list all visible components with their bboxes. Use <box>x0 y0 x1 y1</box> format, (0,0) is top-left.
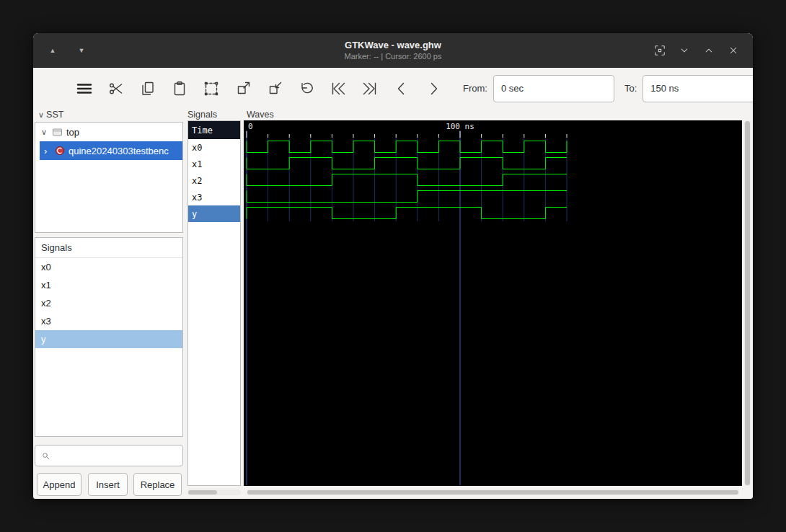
hierarchy-icon <box>52 127 63 137</box>
tree-item-top[interactable]: ∨ top <box>35 123 182 141</box>
signals-list-header: Signals <box>35 238 182 258</box>
waves-hscrollbar[interactable] <box>247 489 739 495</box>
zoom-in-button[interactable] <box>262 76 287 101</box>
names-hscrollbar-thumb[interactable] <box>188 490 217 495</box>
chevron-right-icon <box>425 80 442 97</box>
main-area: ∨SST ∨ top › <box>33 109 753 500</box>
hamburger-menu-icon <box>75 79 94 98</box>
menu-button[interactable] <box>72 76 97 101</box>
undo-arrow-icon <box>298 80 315 97</box>
signal-item-y[interactable]: y <box>35 330 182 348</box>
roll-down-button[interactable] <box>675 41 694 60</box>
expander-right-icon: › <box>44 146 53 156</box>
zoom-to-end-button[interactable] <box>358 76 382 101</box>
collapse-down-button[interactable]: ▼ <box>72 41 91 60</box>
waves-vscrollbar[interactable] <box>744 120 751 486</box>
zoom-out-button[interactable] <box>231 76 255 101</box>
chevron-up-icon <box>702 44 715 57</box>
zoom-to-start-button[interactable] <box>326 76 350 101</box>
collapse-up-button[interactable]: ▲ <box>43 41 62 60</box>
next-edge-button[interactable] <box>421 76 446 101</box>
zoom-out-arrows-icon <box>234 80 252 97</box>
zoom-fit-button[interactable] <box>199 76 224 101</box>
copy-icon <box>139 80 156 97</box>
to-label: To: <box>624 83 637 94</box>
trace-row-x3[interactable]: x3 <box>188 189 240 205</box>
scissors-icon <box>107 80 125 97</box>
signal-search[interactable] <box>35 445 183 466</box>
svg-text:0: 0 <box>248 122 253 131</box>
sst-signals-panel: Signals x0 x1 x2 x3 y <box>35 237 183 437</box>
signal-search-input[interactable] <box>50 445 182 466</box>
wave-canvas-svg: 0100 ns <box>244 120 742 486</box>
roll-up-button[interactable] <box>699 41 718 60</box>
wave-canvas[interactable]: 0100 ns <box>244 120 742 486</box>
selection-box-icon <box>203 80 220 97</box>
sst-tree: ∨ top › quine20240303testbenc <box>35 122 183 233</box>
signal-item-x1[interactable]: x1 <box>35 276 182 294</box>
waves-vscrollbar-thumb[interactable] <box>745 121 750 485</box>
triangle-up-icon: ▲ <box>50 47 56 54</box>
chevron-left-icon <box>393 80 410 97</box>
toolbar: From: To: <box>33 68 753 109</box>
append-button[interactable]: Append <box>37 473 81 496</box>
marker-cursor-status: Marker: -- | Cursor: 2600 ps <box>345 51 442 61</box>
restore-button[interactable] <box>650 41 669 60</box>
chevron-down-icon <box>678 44 691 57</box>
close-icon <box>727 44 740 57</box>
tree-item-testbench[interactable]: › quine20240303testbenc <box>40 141 182 160</box>
paste-icon <box>171 80 188 97</box>
skip-to-start-icon <box>330 80 347 97</box>
copy-button[interactable] <box>136 76 160 101</box>
trace-names-panel: Time x0 x1 x2 x3 y <box>187 120 241 486</box>
window-title: GTKWave - wave.ghw <box>345 40 441 51</box>
names-hscrollbar[interactable] <box>187 489 241 495</box>
zoom-in-arrows-icon <box>266 80 283 97</box>
trace-row-x0[interactable]: x0 <box>188 139 240 156</box>
testbench-icon <box>55 146 65 156</box>
trace-row-x2[interactable]: x2 <box>188 172 240 189</box>
desktop: { "titlebar": { "title": "GTKWave - wave… <box>0 0 786 532</box>
search-icon <box>41 450 50 462</box>
names-panel-label: Signals <box>187 110 217 120</box>
signal-item-x3[interactable]: x3 <box>35 312 182 330</box>
trace-row-time[interactable]: Time <box>188 121 240 139</box>
signal-item-x0[interactable]: x0 <box>35 258 182 276</box>
svg-text:100 ns: 100 ns <box>446 122 474 131</box>
triangle-down-icon: ▼ <box>79 47 85 54</box>
restore-icon <box>653 43 667 58</box>
waves-hscrollbar-thumb[interactable] <box>247 490 738 495</box>
replace-button[interactable]: Replace <box>133 473 182 496</box>
insert-button[interactable]: Insert <box>88 473 128 496</box>
close-button[interactable] <box>724 41 743 60</box>
to-field[interactable] <box>643 75 754 102</box>
sst-expander-icon: ∨ <box>38 110 44 119</box>
skip-to-end-icon <box>361 80 379 97</box>
gtkwave-window: ▲ ▼ GTKWave - wave.ghw Marker: -- | Curs… <box>32 32 754 500</box>
expander-down-icon: ∨ <box>41 128 50 137</box>
prev-edge-button[interactable] <box>389 76 414 101</box>
from-label: From: <box>463 83 487 94</box>
trace-row-y[interactable]: y <box>188 205 240 222</box>
trace-row-x1[interactable]: x1 <box>188 156 240 172</box>
tree-item-label: top <box>66 127 79 138</box>
paste-button[interactable] <box>167 76 192 101</box>
tree-item-label: quine20240303testbenc <box>69 146 169 156</box>
titlebar[interactable]: ▲ ▼ GTKWave - wave.ghw Marker: -- | Curs… <box>33 33 753 68</box>
undo-button[interactable] <box>294 76 319 101</box>
from-field[interactable] <box>493 75 614 102</box>
sst-header[interactable]: ∨SST <box>38 110 63 120</box>
signal-item-x2[interactable]: x2 <box>35 294 182 312</box>
waves-panel-label: Waves <box>247 110 274 120</box>
cut-button[interactable] <box>104 76 128 101</box>
